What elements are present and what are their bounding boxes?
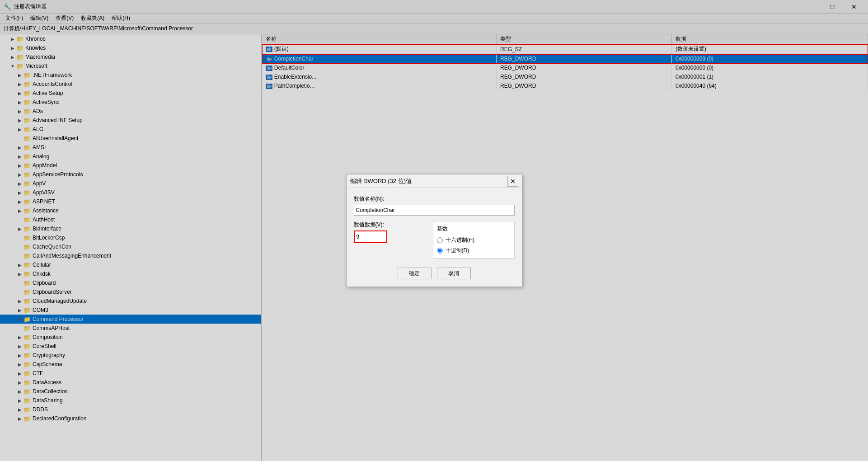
modal-title-bar: 编辑 DWORD (32 位)值 ✕ [347,174,522,188]
base-label: 基数 [437,225,511,233]
modal-overlay: 编辑 DWORD (32 位)值 ✕ 数值名称(N): 数值数据(V): 基数 [0,0,868,461]
field-name-input[interactable] [354,205,515,216]
confirm-button[interactable]: 确定 [398,268,432,279]
radio-hex[interactable] [437,237,443,243]
field-data-input[interactable] [355,231,386,242]
modal-buttons: 确定 取消 [354,264,515,279]
radio-hex-label: 十六进制(H) [446,236,475,244]
modal-title: 编辑 DWORD (32 位)值 [350,177,412,185]
field-name-label: 数值名称(N): [354,195,515,203]
edit-dword-dialog: 编辑 DWORD (32 位)值 ✕ 数值名称(N): 数值数据(V): 基数 [346,174,522,287]
modal-base-section: 基数 十六进制(H) 十进制(D) [433,221,515,259]
field-data-label: 数值数据(V): [354,221,427,229]
radio-group: 十六进制(H) 十进制(D) [437,236,511,254]
value-input-wrapper [354,230,387,243]
modal-close-button[interactable]: ✕ [507,176,518,187]
radio-dec[interactable] [437,248,443,254]
modal-data-row: 数值数据(V): 基数 十六进制(H) 十进制(D) [354,221,515,259]
modal-body: 数值名称(N): 数值数据(V): 基数 十六进制(H) [347,188,522,287]
radio-dec-option[interactable]: 十进制(D) [437,247,511,254]
radio-dec-label: 十进制(D) [446,247,469,254]
cancel-button[interactable]: 取消 [437,268,471,279]
modal-value-section: 数值数据(V): [354,221,427,259]
radio-hex-option[interactable]: 十六进制(H) [437,236,511,244]
